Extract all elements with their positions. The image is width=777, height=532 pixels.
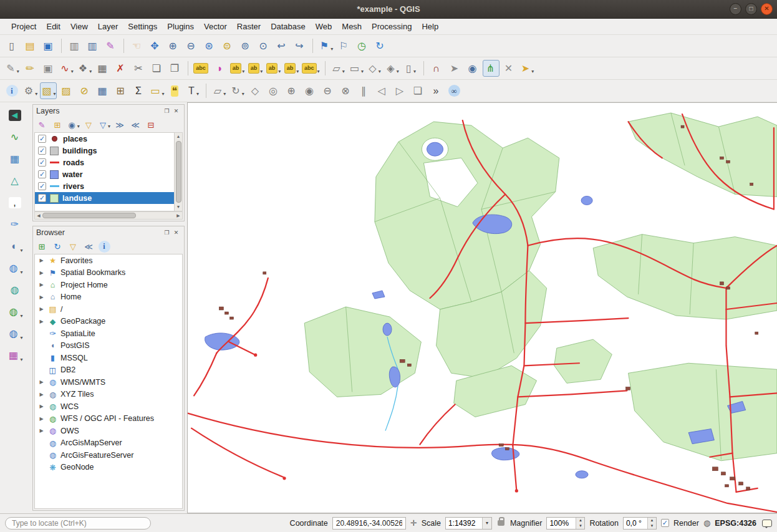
menu-item[interactable]: View: [65, 19, 93, 34]
delete-part-button[interactable]: ⊗: [337, 82, 354, 99]
fill-ring-button[interactable]: ◉: [301, 82, 318, 99]
map-canvas[interactable]: [187, 102, 777, 513]
add-delimited-text-layer-button[interactable]: ,: [5, 193, 25, 212]
svg-annotation-button[interactable]: ◈ ▾: [384, 60, 401, 77]
toolbar-button[interactable]: [188, 61, 188, 75]
close-panel-icon[interactable]: ✕: [171, 228, 181, 238]
browser-item[interactable]: ▶ ▤ /: [35, 303, 182, 316]
crs-globe-icon[interactable]: ◍: [703, 518, 710, 528]
expand-arrow-icon[interactable]: ▶: [38, 404, 45, 409]
add-ring-button[interactable]: ◎: [265, 82, 282, 99]
save-project-button[interactable]: ▣: [40, 37, 57, 54]
float-panel-icon[interactable]: ❐: [162, 107, 171, 116]
scroll-left-icon[interactable]: ◀: [35, 213, 42, 218]
add-spatialite-layer-button[interactable]: ✑: [5, 215, 25, 234]
rotate-feature-button[interactable]: ↻ ▾: [229, 82, 246, 99]
zoom-last-button[interactable]: ↩: [273, 37, 290, 54]
toolbar-button[interactable]: [123, 39, 124, 53]
spin-down-icon[interactable]: ▼: [576, 523, 584, 529]
run-feature-action-button[interactable]: ⚙ ▾: [22, 82, 39, 99]
browser-item[interactable]: ▮ MSSQL: [35, 352, 182, 364]
field-calculator-button[interactable]: ⊞: [112, 82, 129, 99]
menu-item[interactable]: Database: [266, 19, 311, 34]
layer-row[interactable]: ✓ places: [35, 133, 174, 145]
expand-arrow-icon[interactable]: ▶: [38, 392, 45, 397]
toolbar-button[interactable]: [61, 39, 62, 53]
scroll-up-icon[interactable]: ▲: [176, 133, 181, 140]
tracing-toggle-button[interactable]: ⋔: [483, 60, 500, 77]
menu-item[interactable]: Mesh: [337, 19, 367, 34]
pin-unpin-labels-button[interactable]: ab ▾: [247, 60, 264, 77]
select-features-button[interactable]: ▧ ▾: [40, 82, 57, 99]
menu-item[interactable]: Vector: [199, 19, 232, 34]
spin-arrows[interactable]: ▲ ▼: [647, 518, 656, 529]
crs-status-label[interactable]: EPSG:4326: [715, 519, 756, 528]
select-by-form-button[interactable]: ▨: [58, 82, 75, 99]
expand-arrow-icon[interactable]: ▶: [38, 258, 45, 263]
browser-item[interactable]: ▶ ⚑ Spatial Bookmarks: [35, 267, 182, 279]
add-vector-layer-button[interactable]: ∿: [5, 128, 25, 147]
toolbar-button[interactable]: [325, 61, 326, 75]
annotation-tools-button[interactable]: ▱ ▾: [330, 60, 347, 77]
search-plugin-button[interactable]: ∞: [446, 82, 463, 99]
browser-item[interactable]: ▶ ◆ GeoPackage: [35, 316, 182, 328]
form-annotation-button[interactable]: ▭ ▾: [348, 60, 365, 77]
add-postgis-layer-button[interactable]: ◖ ▾: [5, 237, 25, 256]
text-annotation-button[interactable]: T ▾: [185, 82, 201, 99]
spin-arrows[interactable]: ▲ ▼: [576, 518, 584, 529]
layer-visibility-checkbox[interactable]: ✓: [38, 147, 46, 155]
coordinate-extent-icon[interactable]: ✛: [410, 518, 417, 528]
delete-selected-button[interactable]: ✗: [112, 60, 129, 77]
layers-vertical-scrollbar[interactable]: ▲ ▼: [175, 132, 183, 211]
menu-item[interactable]: Project: [6, 19, 41, 34]
new-print-layout-button[interactable]: ▥: [66, 37, 83, 54]
change-label-button[interactable]: abc ▾: [301, 60, 321, 77]
menu-item[interactable]: Settings: [123, 19, 162, 34]
layers-panel-header[interactable]: Layers ❐ ✕: [33, 105, 184, 117]
spin-up-icon[interactable]: ▲: [576, 518, 584, 523]
pan-map-button[interactable]: ☜: [128, 37, 145, 54]
layout-manager-button[interactable]: ▥: [84, 37, 101, 54]
magnifier-input[interactable]: [547, 518, 576, 529]
browser-item[interactable]: ◫ DB2: [35, 364, 182, 377]
measure-button[interactable]: ▭ ▾: [148, 82, 165, 99]
browser-item[interactable]: ◖ PostGIS: [35, 340, 182, 352]
add-wms-layer-button[interactable]: ◍ ▾: [5, 259, 25, 278]
close-button[interactable]: ✕: [761, 3, 773, 15]
layer-row[interactable]: ✓ landuse: [35, 192, 174, 204]
browser-item[interactable]: ◍ ArcGisFeatureServer: [35, 449, 182, 462]
layer-visibility-checkbox[interactable]: ✓: [38, 194, 46, 202]
map-tips-button[interactable]: ❝: [166, 82, 183, 99]
browser-panel-header[interactable]: Browser ❐ ✕: [33, 226, 184, 239]
log-messages-icon[interactable]: [762, 520, 772, 527]
browser-item[interactable]: ❋ GeoNode: [35, 462, 182, 474]
chevron-down-icon[interactable]: ▾: [482, 518, 491, 529]
zoom-full-button[interactable]: ⊛: [201, 37, 218, 54]
menu-item[interactable]: Raster: [232, 19, 266, 34]
vertex-tool-button[interactable]: ❖ ▾: [76, 60, 93, 77]
simplify-feature-button[interactable]: ◇: [247, 82, 264, 99]
filter-browser-button[interactable]: ▽: [66, 239, 80, 253]
zoom-next-button[interactable]: ↪: [291, 37, 308, 54]
spin-down-icon[interactable]: ▼: [648, 523, 656, 529]
zoom-out-button[interactable]: ⊖: [183, 37, 200, 54]
browser-item[interactable]: ▶ ◍ WMS/WMTS: [35, 376, 182, 389]
offset-curve-button[interactable]: ∥: [355, 82, 372, 99]
layer-row[interactable]: ✓ buildings: [35, 145, 174, 157]
cut-features-button[interactable]: ✂: [130, 60, 147, 77]
spin-up-icon[interactable]: ▲: [648, 518, 656, 523]
delete-ring-button[interactable]: ⊖: [319, 82, 336, 99]
expand-arrow-icon[interactable]: ▶: [38, 270, 45, 276]
layer-visibility-checkbox[interactable]: ✓: [38, 182, 46, 190]
zoom-to-selection-button[interactable]: ⊜: [219, 37, 236, 54]
manage-map-themes-button[interactable]: ◉ ▾: [66, 118, 80, 132]
snapping-toggle-button[interactable]: ∩: [428, 60, 445, 77]
expand-arrow-icon[interactable]: ▶: [38, 294, 45, 300]
copy-features-button[interactable]: ❏: [148, 60, 165, 77]
rotate-label-button[interactable]: ab ▾: [283, 60, 300, 77]
save-layer-edits-button[interactable]: ▣: [40, 60, 57, 77]
new-spatial-bookmark-button[interactable]: ⚑ ▾: [317, 37, 334, 54]
style-manager-button[interactable]: ✎: [102, 37, 119, 54]
digitize-with-segment-button[interactable]: ∿ ▾: [58, 60, 75, 77]
add-virtual-layer-button[interactable]: ▦ ▾: [5, 346, 25, 365]
